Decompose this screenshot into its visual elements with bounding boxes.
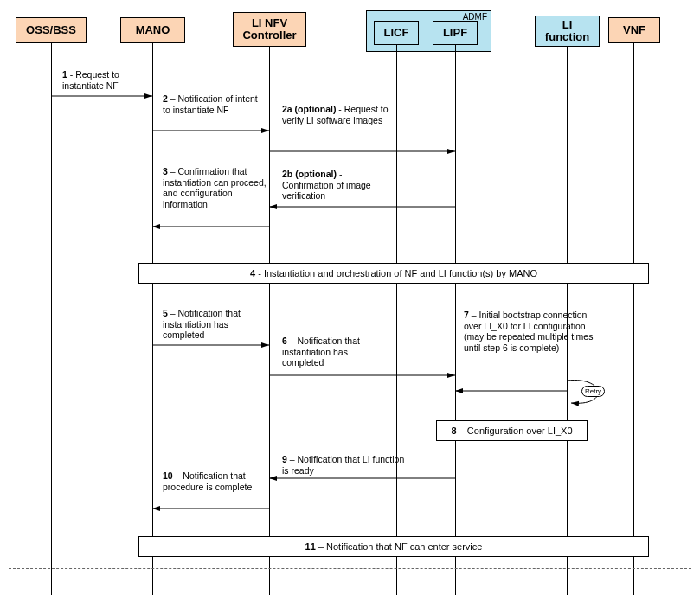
msg-6: 6 – Notification that instantiation has … <box>282 336 386 368</box>
participant-label: LI function <box>541 19 594 44</box>
participant-li-function: LI function <box>535 16 600 47</box>
participant-label: VNF <box>623 24 645 36</box>
msg-7: 7 – Initial bootstrap connection over LI… <box>464 310 594 353</box>
sequence-diagram: ADMF OSS/BSS MANO LI NFV Controller LICF… <box>0 0 700 595</box>
participant-ossbss: OSS/BSS <box>16 17 87 43</box>
lifeline-lipf <box>455 45 456 595</box>
msg-5: 5 – Notification that instantiation has … <box>163 308 267 341</box>
msg-body: – Notification of intent to instantiate … <box>163 93 258 115</box>
msg-2b: 2b (optional) - Confirmation of image ve… <box>282 169 395 202</box>
msg-body: – Notification that instantiation has co… <box>282 336 360 368</box>
msg-num: 2b (optional) <box>282 169 337 179</box>
retry-label: Retry <box>581 386 605 397</box>
msg-body: – Notification that procedure is complet… <box>163 470 252 492</box>
lifeline-licf <box>396 45 397 595</box>
msg-8-box: 8 – Configuration over LI_X0 <box>436 420 588 441</box>
msg-2: 2 – Notification of intent to instantiat… <box>163 93 267 115</box>
msg-num: 2a (optional) <box>282 104 336 114</box>
participant-label: LIPF <box>443 27 467 39</box>
msg-1: 1 - Request to instantiate NF <box>62 69 153 91</box>
participant-mano: MANO <box>120 17 185 43</box>
separator-dashed <box>9 259 691 259</box>
msg-body: – Notification that NF can enter service <box>316 541 483 552</box>
lifeline-vnf <box>633 43 634 595</box>
msg-3: 3 – Confirmation that instantiation can … <box>163 166 267 209</box>
msg-body: – Notification that LI function is ready <box>282 454 404 476</box>
msg-body: – Configuration over LI_X0 <box>457 425 573 436</box>
lifeline-linfv <box>269 47 270 595</box>
participant-licf: LICF <box>374 21 419 45</box>
participant-label: LI NFV Controller <box>239 17 300 42</box>
participant-linfv-controller: LI NFV Controller <box>233 12 306 47</box>
msg-2a: 2a (optional) - Request to verify LI sof… <box>282 104 395 125</box>
msg-body: – Confirmation that instantiation can pr… <box>163 166 267 209</box>
msg-9: 9 – Notification that LI function is rea… <box>282 454 412 476</box>
participant-label: LICF <box>384 27 409 39</box>
msg-body: – Initial bootstrap connection over LI_X… <box>464 310 593 353</box>
lifeline-mano <box>152 43 153 595</box>
participant-lipf: LIPF <box>433 21 478 45</box>
msg-11-box: 11 – Notification that NF can enter serv… <box>138 536 649 557</box>
msg-body: – Notification that instantiation has co… <box>163 308 241 340</box>
participant-label: MANO <box>136 24 170 36</box>
msg-body: - Request to instantiate NF <box>62 69 119 91</box>
participant-label: OSS/BSS <box>26 24 76 36</box>
msg-10: 10 – Notification that procedure is comp… <box>163 470 267 492</box>
msg-num: 10 <box>163 470 173 481</box>
msg-num: 11 <box>305 541 316 552</box>
lifeline-ossbss <box>51 43 52 595</box>
msg-4-box: 4 - Instantiation and orchestration of N… <box>138 263 649 284</box>
participant-vnf: VNF <box>608 17 660 43</box>
separator-dashed <box>9 568 691 569</box>
msg-body: - Instantiation and orchestration of NF … <box>255 268 537 278</box>
